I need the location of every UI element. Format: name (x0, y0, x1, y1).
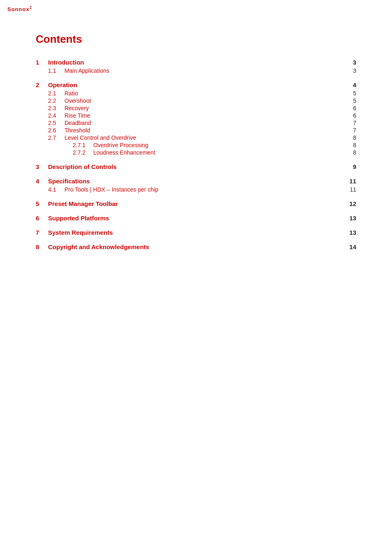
section-4-subsections: 4.1 Pro Tools | HDX – Instances per chip… (36, 186, 356, 193)
section-3-header[interactable]: 3 Description of Controls 9 (36, 163, 356, 170)
section-5-page: 12 (346, 200, 356, 207)
section-6-label: Supported Platforms (48, 215, 109, 222)
section-4-header[interactable]: 4 Specifications 11 (36, 178, 356, 185)
section-6-num: 6 (36, 215, 48, 222)
section-2-6-row[interactable]: 2.6 Threshold 7 (48, 127, 356, 134)
section-2-5-num: 2.5 (48, 120, 65, 126)
section-2-subsections: 2.1 Ratio 5 2.2 Overshoot 5 2.3 Recovery… (36, 90, 356, 156)
section-2-3-page: 6 (346, 105, 356, 111)
section-4-1-page: 11 (346, 186, 356, 193)
section-8-num: 8 (36, 243, 48, 250)
section-2-7-subsubsections: 2.7.1 Overdrive Processing 8 2.7.2 Loudn… (48, 142, 356, 156)
section-2-header[interactable]: 2 Operation 4 (36, 81, 356, 88)
section-4-1-label: Pro Tools | HDX – Instances per chip (65, 186, 158, 193)
section-1-num: 1 (36, 59, 48, 66)
section-2-2-label: Overshoot (65, 97, 91, 104)
section-2-6-label: Threshold (65, 127, 90, 134)
section-2-4-num: 2.4 (48, 112, 65, 119)
section-2-6-page: 7 (346, 127, 356, 134)
logo-text: Sonnox (7, 6, 30, 12)
section-5-header[interactable]: 5 Preset Manager Toolbar 12 (36, 200, 356, 207)
section-7-header[interactable]: 7 System Requirements 13 (36, 229, 356, 236)
section-4-1-row[interactable]: 4.1 Pro Tools | HDX – Instances per chip… (48, 186, 356, 193)
section-1-1-label: Main Applications (65, 67, 109, 74)
section-2-2-row[interactable]: 2.2 Overshoot 5 (48, 97, 356, 104)
section-2-7-1-page: 8 (346, 142, 356, 148)
section-4-num: 4 (36, 178, 48, 185)
section-2-num: 2 (36, 81, 48, 88)
section-2-7-1-label: Overdrive Processing (93, 142, 148, 148)
section-2-1-page: 5 (346, 90, 356, 97)
section-2-7-2-page: 8 (346, 149, 356, 156)
section-1-page: 3 (346, 59, 356, 66)
section-2-7-label: Level Control and Overdrive (65, 134, 136, 141)
toc-section-4: 4 Specifications 11 4.1 Pro Tools | HDX … (36, 178, 356, 193)
section-8-label: Copyright and Acknowledgements (48, 243, 149, 250)
section-2-3-num: 2.3 (48, 105, 65, 111)
section-2-7-2-label: Loudness Enhancement (93, 149, 155, 156)
contents-title: Contents (36, 33, 356, 46)
logo-symbol: ‡ (30, 5, 32, 10)
section-7-num: 7 (36, 229, 48, 236)
section-2-5-label: Deadband (65, 120, 91, 126)
toc-section-3: 3 Description of Controls 9 (36, 163, 356, 170)
section-1-label: Introduction (48, 59, 84, 66)
section-4-1-num: 4.1 (48, 186, 65, 193)
section-2-4-page: 6 (346, 112, 356, 119)
section-7-page: 13 (346, 229, 356, 236)
section-2-7-page: 8 (346, 134, 356, 141)
section-8-header[interactable]: 8 Copyright and Acknowledgements 14 (36, 243, 356, 250)
section-7-label: System Requirements (48, 229, 113, 236)
section-4-page: 11 (346, 178, 356, 185)
toc-section-5: 5 Preset Manager Toolbar 12 (36, 200, 356, 207)
section-1-1-row[interactable]: 1.1 Main Applications 3 (48, 67, 356, 74)
section-1-1-page: 3 (346, 67, 356, 74)
section-2-7-1-row[interactable]: 2.7.1 Overdrive Processing 8 (73, 142, 356, 148)
section-2-7-num: 2.7 (48, 134, 65, 141)
section-6-page: 13 (346, 215, 356, 222)
section-1-header[interactable]: 1 Introduction 3 (36, 59, 356, 66)
section-3-page: 9 (346, 163, 356, 170)
section-6-header[interactable]: 6 Supported Platforms 13 (36, 215, 356, 222)
section-2-5-row[interactable]: 2.5 Deadband 7 (48, 120, 356, 126)
section-2-2-page: 5 (346, 97, 356, 104)
section-2-7-2-row[interactable]: 2.7.2 Loudness Enhancement 8 (73, 149, 356, 156)
section-2-7-1-num: 2.7.1 (73, 142, 93, 148)
section-2-7-2-num: 2.7.2 (73, 149, 93, 156)
section-2-4-row[interactable]: 2.4 Rise Time 6 (48, 112, 356, 119)
section-1-1-num: 1.1 (48, 67, 65, 74)
section-2-6-num: 2.6 (48, 127, 65, 134)
section-2-3-label: Recovery (65, 105, 89, 111)
section-2-label: Operation (48, 81, 77, 88)
section-2-1-row[interactable]: 2.1 Ratio 5 (48, 90, 356, 97)
section-2-1-num: 2.1 (48, 90, 65, 97)
page-content: Contents 1 Introduction 3 1.1 Main Appli… (0, 0, 392, 282)
section-3-label: Description of Controls (48, 163, 117, 170)
toc-section-8: 8 Copyright and Acknowledgements 14 (36, 243, 356, 250)
toc-section-7: 7 System Requirements 13 (36, 229, 356, 236)
section-5-label: Preset Manager Toolbar (48, 200, 118, 207)
section-2-5-page: 7 (346, 120, 356, 126)
toc-section-1: 1 Introduction 3 1.1 Main Applications 3 (36, 59, 356, 74)
section-2-4-label: Rise Time (65, 112, 90, 119)
section-2-page: 4 (346, 81, 356, 88)
toc-section-6: 6 Supported Platforms 13 (36, 215, 356, 222)
section-2-3-row[interactable]: 2.3 Recovery 6 (48, 105, 356, 111)
section-2-1-label: Ratio (65, 90, 78, 97)
section-5-num: 5 (36, 200, 48, 207)
section-2-7-row[interactable]: 2.7 Level Control and Overdrive 8 (48, 134, 356, 141)
section-2-2-num: 2.2 (48, 97, 65, 104)
section-4-label: Specifications (48, 178, 90, 185)
logo: Sonnox‡ (7, 5, 32, 12)
section-3-num: 3 (36, 163, 48, 170)
toc-section-2: 2 Operation 4 2.1 Ratio 5 2.2 Overshoot … (36, 81, 356, 156)
section-8-page: 14 (346, 243, 356, 250)
section-1-subsections: 1.1 Main Applications 3 (36, 67, 356, 74)
